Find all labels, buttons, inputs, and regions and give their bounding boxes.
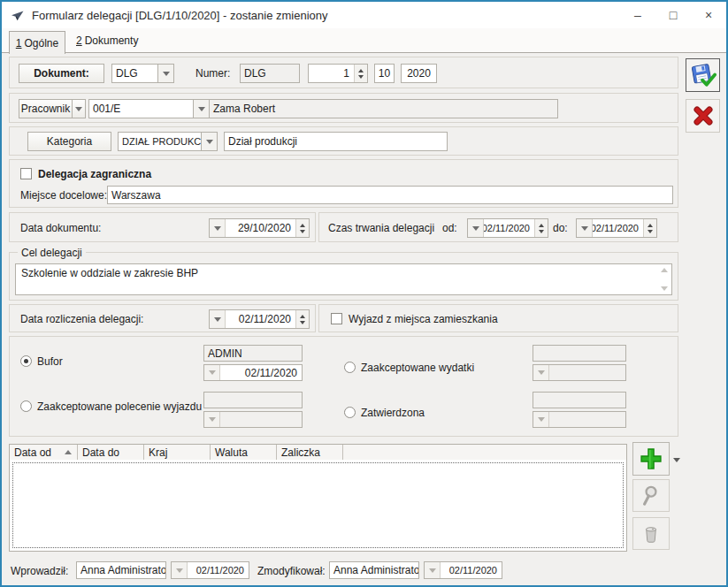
numer-year-field[interactable]: 2020 xyxy=(401,64,437,83)
wyjazd-group: Wyjazd z miejsca zamieszkania xyxy=(318,304,678,332)
column-label: Data do xyxy=(82,446,119,459)
rozliczenie-date-picker[interactable]: 02/11/2020 xyxy=(209,309,310,329)
tab-ogolne[interactable]: 1 Ogólne xyxy=(9,31,65,54)
od-date-picker[interactable]: 02/11/2020 xyxy=(467,218,548,238)
kategoria-code-arrow[interactable] xyxy=(201,132,218,151)
window-title: Formularz delegacji [DLG/1/10/2020] - zo… xyxy=(32,9,328,22)
data-dokumentu-value: 29/10/2020 xyxy=(226,219,295,237)
polecenie-operator-field xyxy=(203,392,303,408)
column-label: Data od xyxy=(14,446,51,459)
add-row-dropdown-button[interactable] xyxy=(671,454,683,465)
od-label: od: xyxy=(442,222,457,234)
column-header-zaliczka[interactable]: Zaliczka xyxy=(277,445,343,460)
zatwierdzona-radio[interactable] xyxy=(344,407,356,418)
edit-row-button[interactable] xyxy=(632,479,670,512)
window-controls: – □ × xyxy=(620,2,726,28)
numer-series-field: DLG xyxy=(240,64,300,83)
cel-delegacji-text: Szkolenie w oddziale w zakresie BHP xyxy=(21,267,198,279)
cel-delegacji-textarea[interactable]: Szkolenie w oddziale w zakresie BHP xyxy=(15,263,672,295)
pracownik-group: Pracownik 001/E Zama Robert xyxy=(9,93,678,123)
scroll-down-icon[interactable] xyxy=(661,286,668,291)
cel-delegacji-fieldset: Cel delegacji Szkolenie w oddziale w zak… xyxy=(9,252,678,301)
rozliczenie-date-arrow[interactable] xyxy=(210,310,226,328)
selection-marquee xyxy=(12,462,624,548)
pracownik-button-arrow[interactable] xyxy=(72,99,86,118)
pracownik-code-select[interactable]: 001/E xyxy=(88,99,210,118)
numer-label: Numer: xyxy=(195,67,230,80)
cel-scrollbar[interactable] xyxy=(659,268,669,291)
do-date-picker[interactable]: 02/11/2020 xyxy=(576,218,657,238)
dokument-type-value: DLG xyxy=(111,64,157,83)
wydatki-date-value xyxy=(549,365,625,380)
do-date-value: 02/11/2020 xyxy=(593,219,643,237)
polecenie-date-picker xyxy=(203,411,303,428)
column-header-data-do[interactable]: Data do xyxy=(78,445,144,460)
data-dokumentu-arrow[interactable] xyxy=(210,219,226,237)
kategoria-group: Kategoria DZIAŁ PRODUKCJI Dział produkcj… xyxy=(9,126,678,156)
delegacja-zagraniczna-checkbox[interactable] xyxy=(20,168,32,179)
data-dokumentu-picker[interactable]: 29/10/2020 xyxy=(209,218,310,238)
kategoria-code-select[interactable]: DZIAŁ PRODUKCJI xyxy=(118,132,218,151)
miejsce-docelowe-input[interactable]: Warszawa xyxy=(107,186,673,204)
close-button[interactable]: × xyxy=(691,2,726,28)
wprowadzil-name-field: Anna Administrator xyxy=(76,561,166,579)
czas-trwania-group: Czas trwania delegacji od: 02/11/2020 do… xyxy=(318,212,678,242)
zagraniczna-group: Delegacja zagraniczna Miejsce docelowe: … xyxy=(9,159,678,208)
rozliczenie-date-value: 02/11/2020 xyxy=(226,310,295,328)
kategoria-button[interactable]: Kategoria xyxy=(27,132,111,151)
title-bar: Formularz delegacji [DLG/1/10/2020] - zo… xyxy=(2,2,726,28)
czas-trwania-label: Czas trwania delegacji xyxy=(328,222,434,234)
dokument-button[interactable]: Dokument: xyxy=(19,64,104,83)
tab-ogolne-number: 1 xyxy=(16,37,22,50)
numer-number-stepper[interactable]: 1 xyxy=(308,64,368,83)
zmodyfikowal-date-value: 02/11/2020 xyxy=(441,562,502,578)
tab-dokumenty[interactable]: 2 Dokumenty xyxy=(76,34,138,47)
column-header-kraj[interactable]: Kraj xyxy=(144,445,211,460)
status-group: Bufor ADMIN 02/11/2020 Zaakceptowane pol… xyxy=(9,336,678,437)
polecenie-radio[interactable] xyxy=(20,400,32,412)
data-dokumentu-group: Data dokumentu: 29/10/2020 xyxy=(9,212,316,242)
wprowadzil-date-value: 02/11/2020 xyxy=(188,562,249,578)
dokument-type-select[interactable]: DLG xyxy=(111,64,174,83)
wydatki-operator-field xyxy=(533,345,626,362)
data-dokumentu-spin[interactable] xyxy=(295,219,309,237)
bufor-date-value: 02/11/2020 xyxy=(220,365,302,380)
column-label: Kraj xyxy=(149,446,167,459)
tab-dokumenty-number: 2 xyxy=(76,34,82,47)
column-header-waluta[interactable]: Waluta xyxy=(211,445,277,460)
rozliczenie-date-spin[interactable] xyxy=(295,310,309,328)
kategoria-desc-input[interactable]: Dział produkcji xyxy=(224,132,448,151)
save-icon xyxy=(690,62,717,88)
magnifier-icon xyxy=(639,484,663,508)
od-date-arrow[interactable] xyxy=(468,219,484,237)
numer-month-field[interactable]: 10 xyxy=(374,64,395,83)
wydatki-radio[interactable] xyxy=(344,362,356,373)
od-date-spin[interactable] xyxy=(534,219,548,237)
save-button[interactable] xyxy=(686,58,720,92)
column-header-data-od[interactable]: Data od xyxy=(10,445,78,460)
dokument-group: Dokument: DLG Numer: DLG 1 10 2020 xyxy=(9,57,678,88)
table-body[interactable] xyxy=(9,460,627,552)
delete-row-button[interactable] xyxy=(632,517,670,550)
zatwierdzona-date-picker xyxy=(533,411,626,428)
bufor-date-picker: 02/11/2020 xyxy=(203,364,303,381)
pracownik-button[interactable]: Pracownik xyxy=(19,99,73,118)
add-row-button[interactable] xyxy=(632,442,670,476)
pracownik-name-field: Zama Robert xyxy=(209,99,558,118)
cancel-button[interactable] xyxy=(686,99,720,133)
zatwierdzona-label: Zatwierdzona xyxy=(361,407,425,419)
wyjazd-checkbox[interactable] xyxy=(331,313,342,324)
numer-number-spin[interactable] xyxy=(354,65,367,82)
delegation-form-window: Formularz delegacji [DLG/1/10/2020] - zo… xyxy=(0,0,728,587)
bufor-label: Bufor xyxy=(37,355,63,368)
bufor-radio[interactable] xyxy=(20,355,32,367)
do-date-spin[interactable] xyxy=(643,219,656,237)
maximize-button[interactable]: □ xyxy=(655,2,691,28)
do-date-arrow[interactable] xyxy=(577,219,593,237)
pracownik-code-arrow[interactable] xyxy=(193,99,210,118)
dokument-type-arrow[interactable] xyxy=(157,64,174,83)
pracownik-code-value: 001/E xyxy=(88,99,193,118)
scroll-up-icon[interactable] xyxy=(661,268,668,272)
rozliczenie-label: Data rozliczenia delegacji: xyxy=(20,313,143,325)
minimize-button[interactable]: – xyxy=(620,2,655,28)
